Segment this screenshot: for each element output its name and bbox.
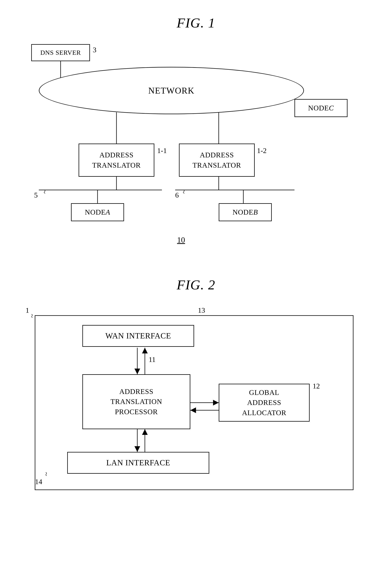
ref-5: 5 <box>34 191 38 199</box>
svg-marker-14 <box>142 348 148 354</box>
svg-marker-18 <box>190 408 196 413</box>
squiggle-left: ~ <box>40 190 49 194</box>
ref-12: 12 <box>313 382 320 390</box>
fig2-diagram: WAN INTERFACE ADDRESSTRANSLATIONPROCESSO… <box>20 300 372 497</box>
fig1-title: FIG. 1 <box>19 15 373 31</box>
svg-marker-16 <box>213 400 219 406</box>
node-c-box: NODE C <box>294 99 348 117</box>
squiggle-right: ~ <box>179 190 188 194</box>
ref-1-2: 1-2 <box>257 146 267 155</box>
address-translator-2-box: ADDRESSTRANSLATOR <box>179 144 255 177</box>
address-translation-processor-box: ADDRESSTRANSLATIONPROCESSOR <box>82 374 190 429</box>
global-address-allocator-box: GLOBALADDRESSALLOCATOR <box>219 384 310 422</box>
svg-marker-20 <box>134 446 140 452</box>
squiggle-ref14: ~ <box>42 472 50 476</box>
network-ellipse: NETWORK <box>39 67 304 114</box>
svg-marker-12 <box>134 368 140 374</box>
lan-interface-box: LAN INTERFACE <box>67 452 209 474</box>
node-b-box: NODE B <box>219 203 272 221</box>
wan-interface-box: WAN INTERFACE <box>82 325 194 347</box>
dns-server-box: DNS SERVER <box>31 44 90 61</box>
ref-6: 6 <box>175 191 179 199</box>
ref-1-1: 1-1 <box>157 146 167 155</box>
fig2-title: FIG. 2 <box>19 277 373 293</box>
node-a-box: NODE A <box>71 203 124 221</box>
svg-marker-22 <box>142 429 148 435</box>
address-translator-1-box: ADDRESSTRANSLATOR <box>78 144 154 177</box>
ref-11: 11 <box>149 355 156 364</box>
ref-3: 3 <box>93 46 96 54</box>
ref-14: 14 <box>35 478 42 486</box>
ref-13: 13 <box>198 306 205 314</box>
page: FIG. 1 DNS SERVE <box>0 0 392 586</box>
ref-1: 1 <box>26 306 29 314</box>
fig1-diagram: DNS SERVER 3 2 NETWORK NODE C ADDRESSTRA… <box>20 38 372 266</box>
squiggle-ref1: ~ <box>28 314 36 318</box>
ref-10: 10 <box>177 236 185 244</box>
